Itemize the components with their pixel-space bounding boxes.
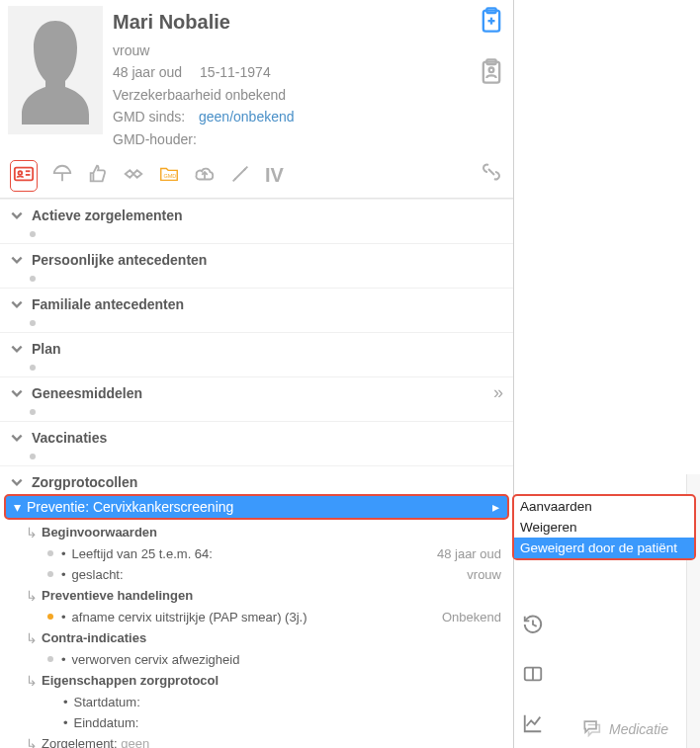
group-beginvoorwaarden: Beginvoorwaarden — [42, 525, 157, 540]
item-einddatum: •Einddatum: — [20, 712, 513, 733]
svg-point-8 — [19, 171, 23, 175]
branch-icon: ↳ — [26, 525, 38, 540]
branch-icon: ↳ — [26, 588, 38, 604]
chevron-down-icon — [10, 386, 24, 400]
chat-icon[interactable] — [581, 717, 601, 740]
id-card-icon[interactable] — [10, 160, 38, 192]
chart-icon[interactable] — [522, 712, 544, 738]
chevron-down-icon — [10, 208, 24, 222]
chevron-down-icon — [10, 297, 24, 311]
thumbs-up-icon[interactable] — [87, 163, 109, 189]
chevron-down-icon — [10, 475, 24, 489]
branch-icon: ↳ — [26, 673, 38, 689]
menu-item[interactable]: Geweigerd door de patiënt — [514, 538, 694, 558]
triangle-down-icon: ▾ — [14, 499, 21, 515]
svg-line-16 — [233, 179, 236, 182]
chevron-down-icon — [10, 253, 24, 267]
link-icon[interactable] — [480, 160, 503, 188]
right-panel: Medicatie — [514, 0, 700, 748]
group-preventieve: Preventieve handelingen — [42, 588, 193, 603]
patient-avatar — [8, 6, 103, 134]
group-contra: Contra-indicaties — [42, 630, 146, 645]
branch-icon: ↳ — [26, 630, 38, 646]
item-pap-smear: •afname cervix uitstrijkje (PAP smear) (… — [20, 607, 513, 627]
section-persoonlijke[interactable]: Persoonlijke antecedenten — [0, 243, 513, 288]
patient-gmd-holder: GMD-houder: — [113, 128, 505, 150]
umbrella-icon[interactable] — [51, 163, 73, 189]
more-icon[interactable]: » — [493, 382, 501, 403]
submenu-arrow-icon: ▸ — [492, 499, 499, 515]
medicatie-label: Medicatie — [609, 721, 668, 737]
section-zorgprotocollen[interactable]: Zorgprotocollen ▾ Preventie: Cervixkanke… — [0, 465, 513, 748]
patient-insurability: Verzekerbaarheid onbekend — [113, 84, 505, 106]
history-icon[interactable] — [522, 614, 544, 639]
cloud-upload-icon[interactable] — [194, 163, 216, 189]
iv-text-icon[interactable]: IV — [265, 164, 284, 187]
protocol-title: Preventie: Cervixkankerscreening — [27, 499, 233, 515]
branch-icon: ↳ — [26, 736, 38, 748]
layout-icon[interactable] — [522, 663, 544, 689]
svg-line-15 — [244, 167, 248, 171]
toolbar: GMD IV — [0, 154, 513, 199]
handshake-icon[interactable] — [123, 163, 144, 189]
item-startdatum: •Startdatum: — [20, 692, 513, 712]
clipboard-add-icon[interactable] — [478, 6, 505, 38]
menu-item[interactable]: Aanvaarden — [514, 496, 694, 517]
gmd-folder-icon[interactable]: GMD — [158, 163, 180, 189]
section-actieve[interactable]: Actieve zorgelementen — [0, 199, 513, 243]
svg-point-6 — [489, 68, 494, 73]
group-eigenschappen: Eigenschappen zorgprotocol — [42, 673, 219, 688]
item-leeftijd: •Leeftijd van 25 t.e.m. 64:48 jaar oud — [20, 543, 513, 564]
patient-header: Mari Nobalie vrouw 48 jaar oud15-11-1974… — [0, 0, 513, 154]
clipboard-person-icon[interactable] — [478, 57, 505, 89]
item-geslacht: •geslacht:vrouw — [20, 564, 513, 585]
context-menu: AanvaardenWeigerenGeweigerd door de pati… — [512, 494, 696, 560]
item-contra-1: •verworven cervix afwezigheid — [20, 649, 513, 670]
syringe-icon[interactable] — [229, 163, 251, 189]
section-familiale[interactable]: Familiale antecedenten — [0, 288, 513, 332]
section-geneesmiddelen[interactable]: Geneesmiddelen» — [0, 376, 513, 421]
chevron-down-icon — [10, 431, 24, 445]
patient-age-dob: 48 jaar oud15-11-1974 — [113, 61, 505, 83]
section-plan[interactable]: Plan — [0, 332, 513, 376]
chevron-down-icon — [10, 342, 24, 356]
patient-gmd-since: GMD sinds: geen/onbekend — [113, 106, 505, 127]
menu-item[interactable]: Weigeren — [514, 517, 694, 538]
svg-text:GMD: GMD — [164, 173, 177, 179]
protocol-cervix-row[interactable]: ▾ Preventie: Cervixkankerscreening ▸ — [4, 494, 509, 520]
group-zorgelement: Zorgelement: geen — [42, 736, 149, 748]
patient-gender: vrouw — [113, 40, 505, 61]
section-vaccinaties[interactable]: Vaccinaties — [0, 421, 513, 465]
patient-name: Mari Nobalie — [113, 6, 505, 38]
